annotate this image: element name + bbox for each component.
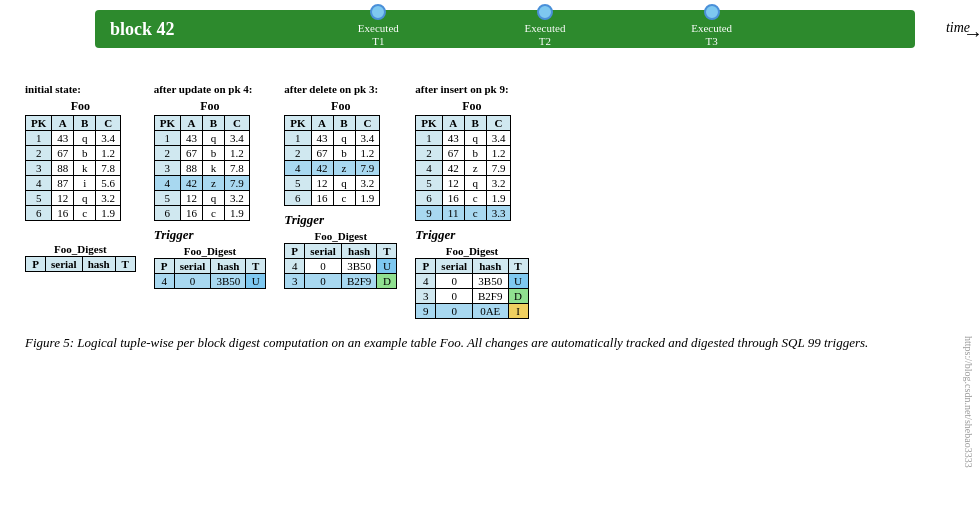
- dot-t2: [537, 4, 553, 20]
- table-row: 267b1.2: [26, 146, 121, 161]
- table-row: 616c1.9: [416, 191, 511, 206]
- table-row: 442z7.9: [416, 161, 511, 176]
- table-row: 388k7.8: [26, 161, 121, 176]
- foo-table-update: PKABC 143q3.4 267b1.2 388k7.8 442z7.9 51…: [154, 115, 250, 221]
- table-row: 487i5.6: [26, 176, 121, 191]
- figure-caption: Figure 5: Logical tuple-wise per block d…: [25, 333, 964, 353]
- col-c: C: [96, 116, 121, 131]
- figure-num: Figure 5:: [25, 335, 74, 350]
- table-row: 512q3.2: [154, 191, 249, 206]
- foo-table-delete: PKABC 143q3.4 267b1.2 442z7.9 512q3.2 61…: [284, 115, 380, 206]
- table-row: 143q3.4: [416, 131, 511, 146]
- group-update-label: after update on pk 4:: [154, 83, 253, 95]
- foo-name-delete: Foo: [284, 99, 397, 114]
- trigger-label-update: Trigger: [154, 227, 194, 243]
- caption-text: Logical tuple-wise per block digest comp…: [74, 335, 868, 350]
- col-pk: PK: [26, 116, 52, 131]
- group-delete-label: after delete on pk 3:: [284, 83, 378, 95]
- arrow-right: →: [963, 22, 979, 45]
- col-a: A: [52, 116, 74, 131]
- table-row: 512q3.2: [416, 176, 511, 191]
- digest-table-update: P serial hash T 4 0 3B50 U: [154, 258, 267, 289]
- foo-table-insert: PKABC 143q3.4 267b1.2 442z7.9 512q3.2 61…: [415, 115, 511, 221]
- table-row: 512q3.2: [26, 191, 121, 206]
- foo-name-update: Foo: [154, 99, 267, 114]
- table-row: 267b1.2: [154, 146, 249, 161]
- digest-name-delete: Foo_Digest: [284, 230, 397, 242]
- table-row: 616c1.9: [285, 191, 380, 206]
- digest-row-highlight: 3 0 B2F9 D: [285, 274, 397, 289]
- dot-executed-t1: ExecutedT1: [358, 4, 399, 48]
- foo-table-initial: PK A B C 143q3.4 267b1.2 388k7.8 487i5.6…: [25, 115, 121, 221]
- digest-row: 3 0 B2F9 D: [416, 289, 528, 304]
- foo-name-insert: Foo: [415, 99, 528, 114]
- group-initial: initial state: Foo PK A B C 143q3.4 267b…: [25, 83, 136, 272]
- dot-t3: [704, 4, 720, 20]
- main-container: block 42 ExecutedT1 ExecutedT2 ExecutedT…: [0, 0, 979, 363]
- table-header-row: PKABC: [154, 116, 249, 131]
- table-row-highlight: 911c3.3: [416, 206, 511, 221]
- digest-table-insert: P serial hash T 4 0 3B50 U 3 0 B2F9 D: [415, 258, 528, 319]
- table-row: 616c1.9: [154, 206, 249, 221]
- group-after-delete: after delete on pk 3: Foo PKABC 143q3.4 …: [284, 83, 397, 289]
- table-row: 143q3.4: [26, 131, 121, 146]
- digest-table-initial: P serial hash T: [25, 256, 136, 272]
- dot-t1: [370, 4, 386, 20]
- col-b: B: [74, 116, 96, 131]
- col-t: T: [115, 257, 135, 272]
- digest-header-row: P serial hash T: [154, 259, 266, 274]
- table-row: 512q3.2: [285, 176, 380, 191]
- table-row-highlight: 442z7.9: [285, 161, 380, 176]
- table-row: 267b1.2: [416, 146, 511, 161]
- group-initial-label: initial state:: [25, 83, 81, 95]
- foo-name-initial: Foo: [25, 99, 136, 114]
- dot-t1-label: ExecutedT1: [358, 22, 399, 48]
- digest-row-highlight: 9 0 0AE I: [416, 304, 528, 319]
- table-header-row: PKABC: [416, 116, 511, 131]
- digest-name-insert: Foo_Digest: [415, 245, 528, 257]
- digest-name-initial: Foo_Digest: [25, 243, 136, 255]
- digest-header-row: P serial hash T: [416, 259, 528, 274]
- tables-section: initial state: Foo PK A B C 143q3.4 267b…: [25, 83, 964, 319]
- digest-row: 4 0 3B50 U: [416, 274, 528, 289]
- table-header-row: PKABC: [285, 116, 380, 131]
- group-after-insert: after insert on pk 9: Foo PKABC 143q3.4 …: [415, 83, 528, 319]
- table-header-row: PK A B C: [26, 116, 121, 131]
- group-after-update: after update on pk 4: Foo PKABC 143q3.4 …: [154, 83, 267, 289]
- watermark: https://blog.csdn.net/shebao3333: [963, 336, 974, 468]
- digest-row: 4 0 3B50 U: [285, 259, 397, 274]
- table-row: 616c1.9: [26, 206, 121, 221]
- table-row: 388k7.8: [154, 161, 249, 176]
- dot-executed-t2: ExecutedT2: [525, 4, 566, 48]
- table-row-highlight: 442z7.9: [154, 176, 249, 191]
- col-hash: hash: [82, 257, 115, 272]
- group-insert-label: after insert on pk 9:: [415, 83, 508, 95]
- timeline-section: block 42 ExecutedT1 ExecutedT2 ExecutedT…: [95, 10, 915, 65]
- col-p: P: [26, 257, 46, 272]
- trigger-label-insert: Trigger: [415, 227, 455, 243]
- digest-name-update: Foo_Digest: [154, 245, 267, 257]
- table-row: 143q3.4: [285, 131, 380, 146]
- trigger-label-delete: Trigger: [284, 212, 324, 228]
- dot-t3-label: ExecutedT3: [691, 22, 732, 48]
- digest-table-delete: P serial hash T 4 0 3B50 U 3 0 B2F9 D: [284, 243, 397, 289]
- dot-executed-t3: ExecutedT3: [691, 4, 732, 48]
- dot-t2-label: ExecutedT2: [525, 22, 566, 48]
- col-serial: serial: [46, 257, 83, 272]
- digest-header-row: P serial hash T: [26, 257, 136, 272]
- table-row: 267b1.2: [285, 146, 380, 161]
- table-row: 143q3.4: [154, 131, 249, 146]
- digest-row-highlight: 4 0 3B50 U: [154, 274, 266, 289]
- digest-header-row: P serial hash T: [285, 244, 397, 259]
